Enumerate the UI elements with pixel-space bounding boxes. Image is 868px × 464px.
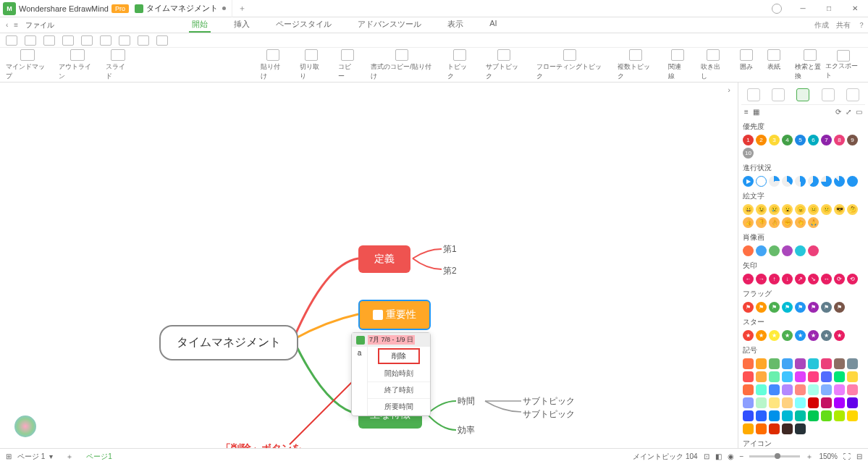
arrow-mark[interactable]: ↑ [769,274,780,284]
symbol-mark[interactable] [795,371,806,382]
emoji-mark[interactable]: 👏 [795,217,806,228]
symbol-mark[interactable] [782,410,793,421]
tool-floating[interactable]: フローティングトピック [536,49,603,81]
view-outline[interactable]: アウトライン [59,49,96,81]
qt-icon-6[interactable] [138,35,149,46]
priority-7[interactable]: 7 [821,135,832,145]
status-page-label[interactable]: ページ 1 [17,452,45,462]
emoji-mark[interactable]: 😉 [756,204,767,215]
tab-advance[interactable]: アドバンスツール [355,17,424,33]
panel-tab-1[interactable] [747,88,760,101]
progress-mark[interactable] [795,176,806,187]
sub-feat-2[interactable]: 効率 [458,424,475,436]
qt-icon-1[interactable] [43,35,55,46]
panel-tab-4[interactable] [822,88,835,101]
symbol-mark[interactable] [756,371,767,382]
qt-icon-5[interactable] [119,35,130,46]
emoji-mark[interactable]: 😮 [782,204,793,215]
flag-mark[interactable]: ⚑ [821,302,832,313]
symbol-mark[interactable] [795,358,806,369]
menu-icon[interactable]: ≡ [11,21,21,29]
leaf-2[interactable]: サブトピック [523,408,575,421]
root-node[interactable]: タイムマネジメント [159,325,298,360]
node-importance[interactable]: 重要性 [358,300,431,330]
portrait-mark[interactable] [808,245,819,256]
undo-icon[interactable] [6,35,17,46]
panel-tab-2[interactable] [772,88,785,101]
status-icon-1[interactable]: ⊡ [704,452,709,460]
symbol-mark[interactable] [847,384,858,395]
flag-mark[interactable]: ⚑ [782,302,793,313]
symbol-mark[interactable] [769,423,780,434]
symbol-mark[interactable] [795,410,806,421]
tool-cut[interactable]: 切り取り [300,49,324,81]
priority-5[interactable]: 5 [795,135,806,145]
priority-3[interactable]: 3 [769,135,780,145]
arrow-mark[interactable]: ⟲ [847,274,858,284]
star-mark[interactable]: ★ [756,330,767,341]
symbol-mark[interactable] [743,410,754,421]
symbol-mark[interactable] [743,423,754,434]
tab-insert[interactable]: 挿入 [231,17,253,33]
symbol-mark[interactable] [756,423,767,434]
progress-mark[interactable] [821,176,832,187]
file-menu[interactable]: ファイル [21,20,59,30]
maximize-button[interactable]: □ [816,0,842,17]
emoji-mark[interactable]: 😐 [808,204,819,215]
symbol-mark[interactable] [821,384,832,395]
symbol-mark[interactable] [769,384,780,395]
symbol-mark[interactable] [808,384,819,395]
help-link[interactable]: ？ [858,20,865,30]
symbol-mark[interactable] [782,397,793,408]
symbol-mark[interactable] [847,371,858,382]
symbol-mark[interactable] [847,397,858,408]
tool-topic[interactable]: トピック [447,49,471,81]
symbol-mark[interactable] [834,371,845,382]
symbol-mark[interactable] [808,358,819,369]
panel-sub-ext3-icon[interactable]: ▭ [856,108,862,116]
symbol-mark[interactable] [743,397,754,408]
tool-relation[interactable]: 関連線 [668,49,686,81]
tool-search[interactable]: 検索と置換 [795,49,825,81]
priority-6[interactable]: 6 [808,135,819,145]
progress-mark[interactable]: ▶ [743,176,754,187]
priority-1[interactable]: 1 [743,135,754,145]
sub-def-2[interactable]: 第2 [443,265,457,277]
symbol-mark[interactable] [756,397,767,408]
emoji-mark[interactable]: 👌 [769,217,780,228]
priority-10[interactable]: 10 [743,148,754,159]
new-tab-button[interactable]: ＋ [232,3,252,14]
sub-feat-1[interactable]: 時間 [458,395,475,408]
symbol-mark[interactable] [808,371,819,382]
emoji-mark[interactable]: 👎 [756,217,767,228]
emoji-mark[interactable]: 😎 [834,204,845,215]
canvas[interactable]: タイムマネジメント 定義 第1 第2 重要性 主な特徴 時間 効率 サブトピック… [0,83,738,448]
arrow-mark[interactable]: ← [743,274,754,284]
minimize-button[interactable]: ─ [790,0,816,17]
flag-mark[interactable]: ⚑ [834,302,845,313]
emoji-mark[interactable]: 😀 [743,204,754,215]
symbol-mark[interactable] [834,397,845,408]
priority-4[interactable]: 4 [782,135,793,145]
status-collapse-icon[interactable]: ⊟ [856,452,862,460]
qt-icon-3[interactable] [81,35,93,46]
back-button[interactable]: ‹ [3,21,11,29]
view-mindmap[interactable]: マインドマップ [6,49,49,81]
symbol-mark[interactable] [795,397,806,408]
tool-paste[interactable]: 貼り付け [261,49,285,81]
symbol-mark[interactable] [834,384,845,395]
flag-mark[interactable]: ⚑ [756,302,767,313]
symbol-mark[interactable] [821,358,832,369]
symbol-mark[interactable] [769,410,780,421]
status-icon-2[interactable]: ◧ [715,452,722,460]
emoji-mark[interactable]: 😠 [795,204,806,215]
view-slide[interactable]: スライド [106,49,130,81]
arrow-mark[interactable]: ↔ [821,274,832,284]
symbol-mark[interactable] [834,410,845,421]
document-tab[interactable]: タイムマネジメント [129,0,232,17]
star-mark[interactable]: ★ [821,330,832,341]
zoom-out[interactable]: − [740,452,744,460]
symbol-mark[interactable] [782,358,793,369]
priority-8[interactable]: 8 [834,135,845,145]
symbol-mark[interactable] [743,384,754,395]
